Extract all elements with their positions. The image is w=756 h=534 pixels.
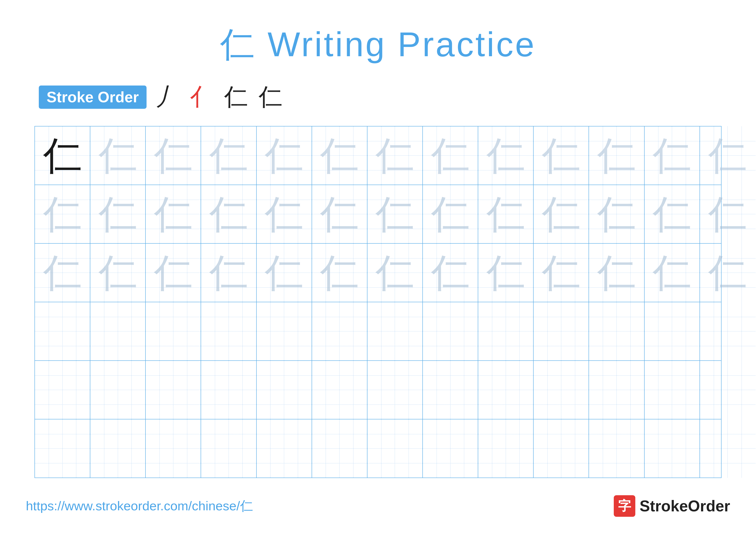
grid-cell-3-12[interactable]: [700, 302, 755, 360]
grid-cell-1-9[interactable]: 仁: [534, 185, 589, 243]
practice-grid: 仁 仁 仁: [35, 126, 721, 478]
grid-cell-1-0[interactable]: 仁: [35, 185, 90, 243]
grid-cell-5-10[interactable]: [589, 420, 644, 477]
grid-cell-5-2[interactable]: [146, 420, 201, 477]
grid-row-4: [35, 361, 721, 420]
grid-cell-2-0[interactable]: 仁: [35, 243, 90, 302]
grid-cell-0-3[interactable]: 仁: [201, 126, 256, 185]
grid-cell-5-7[interactable]: [423, 420, 478, 477]
grid-cell-1-4[interactable]: 仁: [257, 185, 312, 243]
grid-cell-4-10[interactable]: [589, 361, 644, 419]
grid-cell-3-9[interactable]: [534, 302, 589, 360]
grid-cell-1-1[interactable]: 仁: [90, 185, 146, 243]
grid-cell-1-6[interactable]: 仁: [367, 185, 423, 243]
grid-cell-2-5[interactable]: 仁: [312, 243, 367, 302]
grid-cell-3-7[interactable]: [423, 302, 478, 360]
grid-cell-2-1[interactable]: 仁: [90, 243, 146, 302]
grid-cell-3-2[interactable]: [146, 302, 201, 360]
grid-cell-1-7[interactable]: 仁: [423, 185, 478, 243]
char-light-0-11: 仁: [653, 136, 691, 175]
char-medium-2-5: 仁: [320, 253, 359, 292]
grid-cell-4-9[interactable]: [534, 361, 589, 419]
grid-cell-2-10[interactable]: 仁: [589, 243, 644, 302]
grid-cell-1-12[interactable]: 仁: [700, 185, 755, 243]
char-light-0-10: 仁: [597, 136, 636, 175]
footer: https://www.strokeorder.com/chinese/仁 字 …: [26, 495, 730, 517]
char-light-0-12: 仁: [708, 136, 747, 175]
grid-cell-3-11[interactable]: [645, 302, 700, 360]
grid-row-5: [35, 420, 721, 477]
grid-cell-3-8[interactable]: [478, 302, 534, 360]
char-medium-2-3: 仁: [209, 253, 248, 292]
grid-cell-2-2[interactable]: 仁: [146, 243, 201, 302]
grid-cell-0-7[interactable]: 仁: [423, 126, 478, 185]
grid-cell-5-1[interactable]: [90, 420, 146, 477]
grid-cell-5-0[interactable]: [35, 420, 90, 477]
char-medium-2-10: 仁: [597, 253, 636, 292]
grid-cell-3-0[interactable]: [35, 302, 90, 360]
footer-url-link[interactable]: https://www.strokeorder.com/chinese/仁: [26, 497, 253, 515]
grid-cell-3-1[interactable]: [90, 302, 146, 360]
grid-cell-0-9[interactable]: 仁: [534, 126, 589, 185]
grid-cell-4-6[interactable]: [367, 361, 423, 419]
grid-cell-1-10[interactable]: 仁: [589, 185, 644, 243]
char-medium-1-3: 仁: [209, 195, 248, 234]
grid-cell-4-3[interactable]: [201, 361, 256, 419]
char-light-0-8: 仁: [486, 136, 525, 175]
grid-cell-2-8[interactable]: 仁: [478, 243, 534, 302]
grid-cell-5-6[interactable]: [367, 420, 423, 477]
page: 仁 Writing Practice Stroke Order 丿 亻 仁 仁: [0, 0, 756, 534]
grid-cell-2-6[interactable]: 仁: [367, 243, 423, 302]
grid-cell-2-11[interactable]: 仁: [645, 243, 700, 302]
grid-cell-3-6[interactable]: [367, 302, 423, 360]
grid-cell-0-6[interactable]: 仁: [367, 126, 423, 185]
grid-cell-3-4[interactable]: [257, 302, 312, 360]
grid-cell-4-7[interactable]: [423, 361, 478, 419]
grid-cell-0-4[interactable]: 仁: [257, 126, 312, 185]
grid-cell-1-8[interactable]: 仁: [478, 185, 534, 243]
grid-cell-2-9[interactable]: 仁: [534, 243, 589, 302]
grid-cell-0-5[interactable]: 仁: [312, 126, 367, 185]
grid-cell-5-4[interactable]: [257, 420, 312, 477]
char-medium-1-7: 仁: [431, 195, 470, 234]
grid-cell-4-8[interactable]: [478, 361, 534, 419]
grid-cell-2-3[interactable]: 仁: [201, 243, 256, 302]
footer-logo-icon: 字: [614, 495, 635, 517]
grid-cell-0-11[interactable]: 仁: [645, 126, 700, 185]
char-medium-1-10: 仁: [597, 195, 636, 234]
grid-cell-4-0[interactable]: [35, 361, 90, 419]
grid-cell-1-11[interactable]: 仁: [645, 185, 700, 243]
grid-cell-2-12[interactable]: 仁: [700, 243, 755, 302]
grid-cell-5-8[interactable]: [478, 420, 534, 477]
char-medium-2-1: 仁: [98, 253, 137, 292]
grid-cell-0-8[interactable]: 仁: [478, 126, 534, 185]
char-medium-2-12: 仁: [708, 253, 747, 292]
grid-cell-5-12[interactable]: [700, 420, 755, 477]
grid-cell-4-11[interactable]: [645, 361, 700, 419]
grid-cell-2-4[interactable]: 仁: [257, 243, 312, 302]
grid-cell-1-5[interactable]: 仁: [312, 185, 367, 243]
title-writing-practice: Writing Practice: [268, 25, 536, 64]
grid-cell-0-1[interactable]: 仁: [90, 126, 146, 185]
grid-cell-1-3[interactable]: 仁: [201, 185, 256, 243]
grid-cell-2-7[interactable]: 仁: [423, 243, 478, 302]
grid-cell-3-10[interactable]: [589, 302, 644, 360]
grid-cell-0-12[interactable]: 仁: [700, 126, 755, 185]
grid-cell-0-2[interactable]: 仁: [146, 126, 201, 185]
char-medium-2-4: 仁: [265, 253, 304, 292]
grid-cell-3-3[interactable]: [201, 302, 256, 360]
grid-cell-4-2[interactable]: [146, 361, 201, 419]
grid-cell-1-2[interactable]: 仁: [146, 185, 201, 243]
char-light-0-4: 仁: [265, 136, 304, 175]
grid-cell-5-5[interactable]: [312, 420, 367, 477]
grid-cell-5-3[interactable]: [201, 420, 256, 477]
grid-cell-4-5[interactable]: [312, 361, 367, 419]
grid-cell-0-0[interactable]: 仁: [35, 126, 90, 185]
grid-cell-4-1[interactable]: [90, 361, 146, 419]
grid-cell-4-12[interactable]: [700, 361, 755, 419]
grid-cell-4-4[interactable]: [257, 361, 312, 419]
grid-cell-3-5[interactable]: [312, 302, 367, 360]
grid-cell-0-10[interactable]: 仁: [589, 126, 644, 185]
grid-cell-5-9[interactable]: [534, 420, 589, 477]
grid-cell-5-11[interactable]: [645, 420, 700, 477]
